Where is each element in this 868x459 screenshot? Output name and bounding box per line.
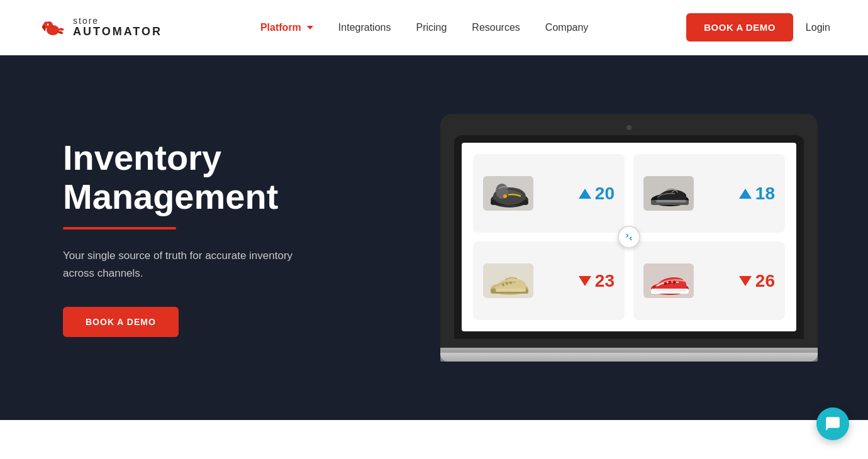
nav-platform[interactable]: Platform: [260, 22, 313, 33]
arrow-up-icon-1: [579, 189, 591, 199]
svg-point-21: [669, 281, 672, 284]
chat-bubble-button[interactable]: [816, 407, 849, 440]
chevron-down-icon: [307, 26, 313, 30]
header-actions: BOOK A DEMO Login: [686, 13, 830, 41]
logo[interactable]: store AUTOMATOR: [38, 13, 162, 43]
laptop-outer: 20: [440, 114, 818, 348]
svg-point-7: [503, 194, 507, 198]
svg-point-14: [502, 284, 504, 286]
hero-title: Inventory Management: [63, 138, 302, 216]
shoe-image-1: [483, 176, 533, 211]
arrow-up-icon-2: [739, 189, 752, 199]
laptop-hinge: [440, 348, 818, 353]
stat-value-3: 23: [595, 271, 615, 291]
svg-rect-10: [656, 200, 686, 202]
svg-point-15: [506, 282, 508, 285]
book-demo-button-hero[interactable]: BOOK A DEMO: [63, 307, 179, 337]
nav-integrations[interactable]: Integrations: [338, 22, 391, 33]
arrow-down-icon-4: [739, 276, 752, 286]
stat-value-1: 20: [595, 184, 615, 204]
stat-value-4: 26: [755, 271, 775, 291]
stat-value-2: 18: [755, 184, 775, 204]
nav-company[interactable]: Company: [545, 22, 588, 33]
hero-subtitle: Your single source of truth for accurate…: [63, 247, 302, 281]
laptop-mockup: 20: [440, 114, 818, 362]
svg-point-20: [664, 282, 667, 285]
chat-icon: [825, 416, 841, 432]
header: store AUTOMATOR Platform Integrations Pr…: [0, 0, 868, 55]
hero-section: Inventory Management Your single source …: [0, 55, 868, 420]
stat-2: 18: [739, 184, 775, 204]
sync-icon: [618, 226, 640, 248]
svg-point-16: [509, 282, 512, 284]
book-demo-button-header[interactable]: BOOK A DEMO: [686, 13, 793, 41]
shoe-image-3: [483, 263, 533, 298]
svg-point-1: [45, 21, 53, 29]
laptop-base: [440, 348, 818, 362]
nav-resources[interactable]: Resources: [472, 22, 520, 33]
product-card-4: 26: [633, 241, 785, 320]
login-link[interactable]: Login: [806, 22, 830, 33]
hero-content: Inventory Management Your single source …: [63, 138, 302, 337]
laptop: 20: [440, 114, 818, 362]
shoe-image-4: [643, 263, 694, 298]
laptop-camera: [626, 125, 632, 130]
laptop-screen: 20: [462, 143, 796, 331]
product-card-2: 18: [633, 154, 785, 233]
nav-pricing[interactable]: Pricing: [416, 22, 447, 33]
svg-rect-19: [656, 289, 686, 292]
product-card-3: 23: [473, 241, 625, 320]
monitor-section: Monitor more products.: [0, 420, 868, 459]
stat-4: 26: [739, 271, 775, 291]
laptop-bottom: [440, 353, 818, 362]
logo-store-text: store: [73, 16, 162, 26]
logo-text: store AUTOMATOR: [73, 16, 162, 38]
product-card-1: 20: [473, 154, 625, 233]
svg-rect-13: [496, 289, 526, 292]
shoe-image-2: [643, 176, 694, 211]
logo-bird-icon: [38, 13, 68, 43]
hero-divider: [63, 227, 176, 230]
laptop-bezel: 20: [454, 135, 804, 339]
logo-automator-text: AUTOMATOR: [73, 26, 162, 38]
main-nav: Platform Integrations Pricing Resources …: [260, 22, 588, 33]
svg-point-2: [47, 23, 49, 25]
arrow-down-icon-3: [579, 276, 591, 286]
stat-1: 20: [579, 184, 615, 204]
svg-point-22: [673, 281, 676, 284]
stat-3: 23: [579, 271, 615, 291]
